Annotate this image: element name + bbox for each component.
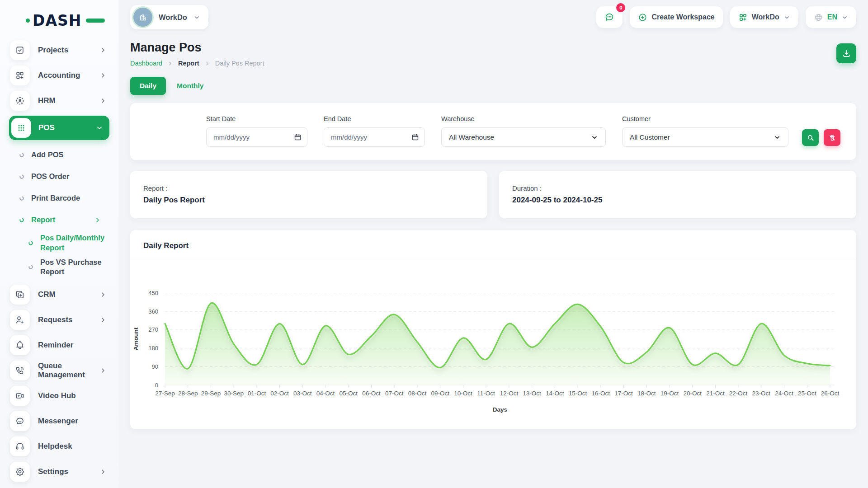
language-code: EN [827, 13, 837, 21]
chevron-down-icon [193, 14, 200, 21]
svg-text:23-Oct: 23-Oct [752, 390, 771, 397]
create-workspace-button[interactable]: Create Workspace [630, 6, 722, 28]
hrm-person-icon [10, 91, 30, 111]
sidebar-item-helpdesk[interactable]: Helpdesk [0, 434, 118, 459]
sidebar-item-label: Messenger [38, 417, 78, 426]
sidebar-subitem-print-barcode[interactable]: Print Barcode [0, 188, 118, 209]
chevron-right-icon [99, 316, 107, 324]
circle-notch-icon [28, 264, 33, 270]
sidebar-item-pos[interactable]: POS [9, 116, 109, 140]
page-title: Manage Pos [130, 41, 264, 55]
user-plus-icon [10, 310, 30, 330]
sidebar-item-queue-management[interactable]: Queue Management [0, 358, 118, 383]
chevron-right-icon [167, 61, 173, 66]
sidebar-subitem-pos-order[interactable]: POS Order [0, 166, 118, 188]
sidebar-item-hrm[interactable]: HRM [0, 88, 118, 113]
chevron-right-icon [99, 47, 107, 54]
pos-grid-icon [11, 118, 31, 138]
chevron-right-icon [99, 97, 107, 104]
svg-text:360: 360 [148, 308, 158, 315]
svg-text:Amount: Amount [132, 327, 139, 350]
language-button[interactable]: EN [806, 6, 856, 28]
sidebar-subitem-add-pos[interactable]: Add POS [0, 144, 118, 166]
chevron-down-icon [591, 134, 598, 141]
app-menu-button[interactable]: WorkDo [730, 6, 798, 28]
sidebar-item-label: Projects [38, 46, 68, 55]
sidebar-item-label: Queue Management [38, 361, 99, 380]
circle-notch-icon [19, 196, 24, 201]
svg-text:29-Sep: 29-Sep [201, 390, 221, 397]
svg-text:13-Oct: 13-Oct [523, 390, 541, 397]
svg-text:20-Oct: 20-Oct [683, 390, 702, 397]
chevron-down-icon [783, 14, 790, 21]
circle-notch-icon [19, 217, 24, 223]
clear-filter-button[interactable] [824, 129, 840, 146]
end-date-input[interactable] [324, 127, 425, 147]
customer-select[interactable]: All Customer [622, 127, 788, 147]
search-button[interactable] [802, 129, 819, 146]
warehouse-select[interactable]: All Warehouse [441, 127, 606, 147]
plus-circle-icon [638, 13, 647, 22]
calendar-icon[interactable] [411, 133, 420, 141]
svg-text:06-Oct: 06-Oct [362, 390, 381, 397]
breadcrumb-dashboard[interactable]: Dashboard [130, 60, 162, 67]
gear-icon [10, 462, 30, 482]
chevron-right-icon [99, 468, 107, 475]
circle-notch-icon [28, 240, 33, 246]
svg-text:16-Oct: 16-Oct [592, 390, 610, 397]
sidebar-item-projects[interactable]: Projects [0, 38, 118, 63]
sidebar-item-settings[interactable]: Settings [0, 459, 118, 484]
sidebar-item-accounting[interactable]: Accounting [0, 63, 118, 88]
duration-card: Duration : 2024-09-25 to 2024-10-25 [499, 171, 856, 218]
svg-text:21-Oct: 21-Oct [706, 390, 725, 397]
breadcrumb-report[interactable]: Report [178, 60, 199, 67]
search-icon [807, 134, 815, 142]
message-dots-icon [604, 12, 615, 23]
app-menu-label: WorkDo [752, 13, 779, 21]
svg-text:25-Oct: 25-Oct [798, 390, 816, 397]
sidebar-item-requests[interactable]: Requests [0, 307, 118, 333]
report-mode-tabs: Daily Monthly [130, 77, 856, 95]
sidebar-item-reminder[interactable]: Reminder [0, 333, 118, 358]
tab-monthly[interactable]: Monthly [174, 77, 206, 95]
download-button[interactable] [836, 43, 856, 63]
sidebar-subnav-pos: Add POS POS Order Print Barcode Report P… [0, 142, 118, 282]
sidebar-subitem-pos-vs-purchase-report[interactable]: Pos VS Purchase Report [0, 255, 118, 280]
building-icon [133, 8, 152, 27]
calendar-icon[interactable] [293, 133, 302, 141]
sidebar-subitem-report[interactable]: Report [0, 209, 118, 231]
svg-text:17-Oct: 17-Oct [614, 390, 633, 397]
svg-text:12-Oct: 12-Oct [500, 390, 519, 397]
sidebar-subitem-label: Add POS [31, 150, 112, 160]
sidebar-subitem-label: Pos VS Purchase Report [40, 258, 114, 277]
sidebar-item-label: POS [38, 123, 55, 132]
sidebar-subitem-pos-daily-monthly-report[interactable]: Pos Daily/Monthly Report [0, 231, 118, 255]
sidebar-item-crm[interactable]: CRM [0, 282, 118, 307]
svg-text:90: 90 [152, 363, 158, 370]
report-value: Daily Pos Report [143, 196, 474, 205]
chevron-down-icon [96, 124, 103, 131]
start-date-label: Start Date [206, 115, 307, 122]
sidebar-item-label: Reminder [38, 341, 73, 350]
workspace-switcher[interactable]: WorkDo [130, 5, 208, 29]
chart-card: Daily Report 27-Sep28-Sep29-Sep30-Sep01-… [130, 230, 856, 429]
sidebar-subitem-label: POS Order [31, 172, 112, 182]
svg-text:05-Oct: 05-Oct [340, 390, 358, 397]
sidebar-item-messenger[interactable]: Messenger [0, 408, 118, 434]
svg-text:03-Oct: 03-Oct [293, 390, 312, 397]
report-label: Report : [143, 184, 474, 192]
start-date-input[interactable] [206, 127, 307, 147]
topbar: WorkDo 0 Create Workspace [130, 5, 856, 30]
daily-report-chart: 27-Sep28-Sep29-Sep30-Sep01-Oct02-Oct03-O… [130, 260, 856, 425]
chevron-down-icon [841, 14, 848, 21]
svg-text:08-Oct: 08-Oct [408, 390, 427, 397]
brand-logo[interactable]: DASH [33, 12, 91, 29]
svg-text:22-Oct: 22-Oct [729, 390, 748, 397]
page-head: Manage Pos DashboardReportDaily Pos Repo… [130, 41, 856, 67]
svg-text:09-Oct: 09-Oct [431, 390, 449, 397]
main-content: WorkDo 0 Create Workspace [118, 0, 868, 488]
tab-daily[interactable]: Daily [130, 77, 166, 95]
sidebar: DASH Projects Accounting HRM POS Add POS… [0, 0, 118, 488]
messages-button[interactable]: 0 [596, 6, 623, 28]
sidebar-item-video-hub[interactable]: Video Hub [0, 383, 118, 408]
